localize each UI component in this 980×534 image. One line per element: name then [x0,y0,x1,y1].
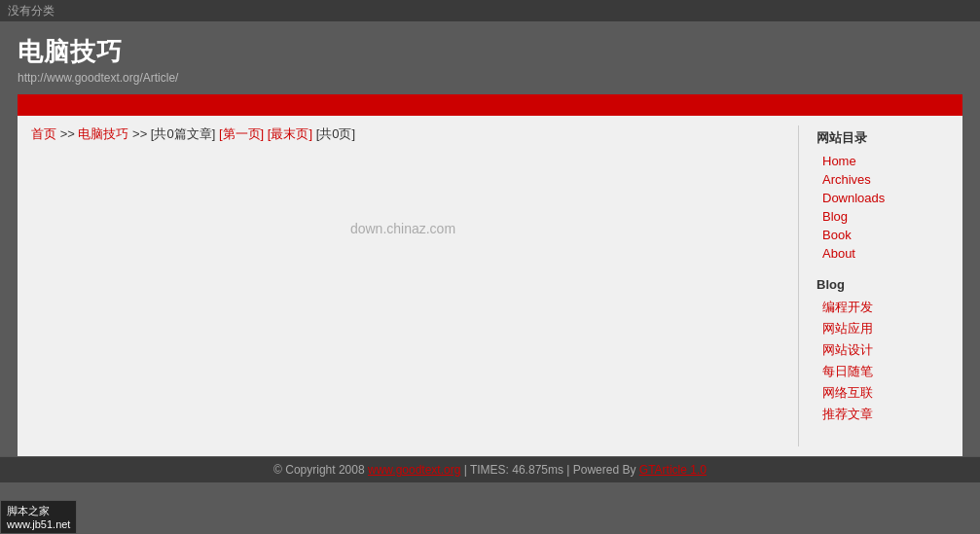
sidebar-nav-item: Blog [817,208,949,225]
breadcrumb-home[interactable]: 首页 [31,126,56,141]
site-title: 电脑技巧 [18,35,962,69]
breadcrumb-first-page[interactable]: [第一页] [219,126,264,141]
footer-times: | TIMES: 46.875ms | Powered By [464,463,639,477]
bottom-logo-line1: 脚本之家 [7,504,70,518]
sidebar-nav-link[interactable]: Archives [817,171,949,188]
sidebar-nav-item: Archives [817,171,949,188]
footer-engine-link[interactable]: GTArticle 1.0 [639,463,707,477]
footer-copyright: © Copyright 2008 [273,463,368,477]
outer-wrapper: 没有分类 电脑技巧 http://www.goodtext.org/Articl… [0,0,980,534]
breadcrumb-sep2: >> [132,126,151,141]
breadcrumb-sep1: >> [60,126,79,141]
sidebar-nav-link[interactable]: Home [817,153,949,169]
sidebar-nav-item: About [817,245,949,262]
site-url: http://www.goodtext.org/Article/ [18,71,962,85]
sidebar-blog-item: 网络互联 [817,383,949,403]
watermark: down.chinaz.com [31,221,775,236]
sidebar-blog-link[interactable]: 网站设计 [817,340,949,360]
breadcrumb-info: [共0篇文章] [151,126,215,141]
sidebar-nav-item: Book [817,227,949,243]
breadcrumb-section[interactable]: 电脑技巧 [78,126,128,141]
sidebar-blog-item: 网站应用 [817,319,949,338]
sidebar-blog-title: Blog [817,277,949,292]
sidebar-nav-item: Downloads [817,190,949,206]
main-wrapper: 首页 >> 电脑技巧 >> [共0篇文章] [第一页] [最末页] [共0页] … [18,116,962,456]
sidebar-nav-item: Home [817,153,949,169]
header: 电脑技巧 http://www.goodtext.org/Article/ [0,21,980,94]
sidebar-nav-link[interactable]: Downloads [817,190,949,206]
bottom-logo-line2: www.jb51.net [7,518,70,530]
top-bar: 没有分类 [0,0,980,21]
divider [798,125,799,446]
sidebar-nav-title: 网站目录 [817,129,949,147]
sidebar-blog-link[interactable]: 每日随笔 [817,362,949,381]
sidebar-blog-item: 编程开发 [817,298,949,317]
sidebar-blog-item: 网站设计 [817,340,949,360]
sidebar-nav-link[interactable]: Book [817,227,949,243]
breadcrumb-last-page[interactable]: [最末页] [268,126,312,141]
sidebar-nav-link[interactable]: About [817,245,949,262]
sidebar-nav-list: HomeArchivesDownloadsBlogBookAbout [817,153,949,262]
breadcrumb: 首页 >> 电脑技巧 >> [共0篇文章] [第一页] [最末页] [共0页] [31,125,775,143]
red-banner [18,94,962,116]
sidebar-blog-link[interactable]: 网络互联 [817,383,949,403]
sidebar: 网站目录 HomeArchivesDownloadsBlogBookAbout … [813,125,949,446]
footer-site-link[interactable]: www.goodtext.org [368,463,460,477]
sidebar-blog-link[interactable]: 推荐文章 [817,405,949,424]
bottom-logo: 脚本之家 www.jb51.net [0,500,77,534]
sidebar-nav-link[interactable]: Blog [817,208,949,225]
sidebar-blog-item: 每日随笔 [817,362,949,381]
content-area: 首页 >> 电脑技巧 >> [共0篇文章] [第一页] [最末页] [共0页] … [31,125,784,446]
sidebar-blog-link[interactable]: 网站应用 [817,319,949,338]
sidebar-blog-item: 推荐文章 [817,405,949,424]
breadcrumb-total: [共0页] [316,126,355,141]
sidebar-blog-link[interactable]: 编程开发 [817,298,949,317]
category-text: 没有分类 [8,3,54,19]
footer: © Copyright 2008 www.goodtext.org | TIME… [0,456,980,482]
sidebar-blog-list: 编程开发网站应用网站设计每日随笔网络互联推荐文章 [817,298,949,424]
